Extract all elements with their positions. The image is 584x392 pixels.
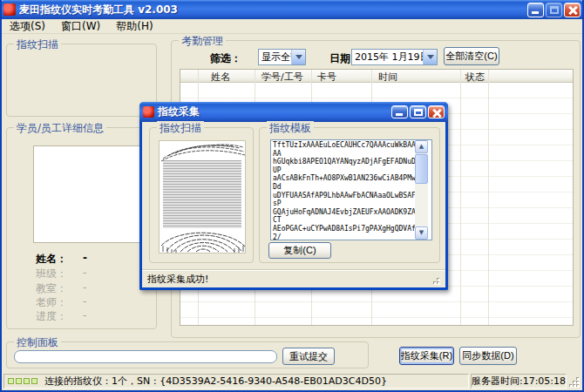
control-input[interactable] xyxy=(14,350,277,363)
dialog-titlebar[interactable]: 指纹采集 xyxy=(139,102,448,122)
member-detail-group: 学员/员工详细信息 姓名： - 班级： - 教室： - 老师： - 进度： - xyxy=(6,127,157,329)
server-time-text: 服务器时间:17:05:18 xyxy=(472,375,566,388)
dialog-statusbar: 指纹采集成功! xyxy=(142,269,445,287)
template-textarea[interactable]: TftTUzIxAAAEuLoECAUHCc7QAAAcuWkBAAAA hGU… xyxy=(270,139,432,240)
dialog-template-group-label: 指纹模板 xyxy=(267,121,314,136)
clear-all-button[interactable]: 全部清空(C) xyxy=(444,47,499,65)
filter-combobox[interactable]: 显示全部 xyxy=(258,49,306,65)
statusbar: 连接的指纹仪：1个，SN：{4D3539A2-5416-9340-A548-EB… xyxy=(2,372,582,390)
control-panel-group: 控制面板 重试提交 xyxy=(6,341,369,368)
statusbar-connection: 连接的指纹仪：1个，SN：{4D3539A2-5416-9340-A548-EB… xyxy=(3,374,469,389)
fingerprint-image xyxy=(159,140,246,253)
menu-options[interactable]: 选项(S) xyxy=(2,18,53,35)
scrollbar-thumb[interactable] xyxy=(415,154,428,184)
date-combobox[interactable]: 2015年 1月19日 xyxy=(351,49,438,65)
resize-grip[interactable] xyxy=(568,374,581,389)
fingerprint-scan-group: 指纹扫描 xyxy=(6,44,157,117)
dialog-minimize-button[interactable] xyxy=(391,105,408,118)
fingerprint-dialog: 指纹采集 指纹扫描 xyxy=(139,102,448,290)
col-status[interactable]: 状态 xyxy=(465,71,485,84)
attendance-table-header[interactable]: 姓名 学号/工号 卡号 时间 状态 xyxy=(180,70,573,83)
dialog-template-group: 指纹模板 TftTUzIxAAAEuLoECAUHCc7QAAAcuWkBAAA… xyxy=(259,127,440,263)
scroll-up-icon[interactable]: ▲ xyxy=(415,140,428,153)
filter-label: 筛选： xyxy=(210,51,241,66)
member-detail-group-label: 学员/员工详细信息 xyxy=(14,121,106,136)
field-class: 班级： - xyxy=(36,267,86,281)
col-time[interactable]: 时间 xyxy=(378,71,397,84)
scroll-down-icon[interactable]: ▼ xyxy=(415,226,428,240)
chevron-down-icon[interactable] xyxy=(291,50,305,64)
window-title: 麦田指纹仪实时考勤工具 v2.003 xyxy=(19,3,526,17)
field-name: 姓名： - xyxy=(36,252,87,267)
dialog-icon xyxy=(143,106,154,118)
copy-button[interactable]: 复制(C) xyxy=(268,242,331,259)
connection-text: 连接的指纹仪：1个，SN：{4D3539A2-5416-9340-A548-EB… xyxy=(44,375,387,388)
member-photo-placeholder xyxy=(33,145,141,243)
control-panel-label: 控制面板 xyxy=(14,335,61,350)
menubar: 选项(S) 窗口(W) 帮助(H) xyxy=(2,19,582,34)
col-name[interactable]: 姓名 xyxy=(211,71,230,84)
close-button[interactable] xyxy=(564,3,581,17)
menu-help[interactable]: 帮助(H) xyxy=(108,18,160,35)
dialog-maximize-button[interactable] xyxy=(410,105,426,118)
main-titlebar[interactable]: 麦田指纹仪实时考勤工具 v2.003 xyxy=(0,0,584,19)
dialog-scan-group: 指纹扫描 xyxy=(149,127,254,263)
field-teacher: 老师： - xyxy=(36,295,86,310)
dialog-status-text: 指纹采集成功! xyxy=(147,273,208,286)
dialog-title: 指纹采集 xyxy=(158,105,390,119)
dialog-close-button[interactable] xyxy=(428,105,445,118)
scan-noise xyxy=(163,160,241,228)
dialog-resize-grip[interactable] xyxy=(428,273,440,285)
attendance-group-label: 考勤管理 xyxy=(179,34,226,49)
col-id[interactable]: 学号/工号 xyxy=(261,71,303,84)
chevron-down-icon[interactable] xyxy=(423,50,437,64)
dialog-scan-group-label: 指纹扫描 xyxy=(157,121,204,136)
minimize-button[interactable] xyxy=(527,3,544,17)
app-icon xyxy=(3,3,16,16)
field-progress: 进度： - xyxy=(36,309,86,324)
fingerprint-scan-group-label: 指纹扫描 xyxy=(14,37,61,52)
app-window: 麦田指纹仪实时考勤工具 v2.003 选项(S) 窗口(W) 帮助(H) 指纹扫… xyxy=(0,0,584,392)
template-scrollbar[interactable]: ▲ ▼ xyxy=(415,140,428,240)
sync-data-button[interactable]: 同步数据(D) xyxy=(459,347,517,365)
device-leds-icon xyxy=(8,378,37,384)
maximize-button[interactable] xyxy=(546,3,562,17)
statusbar-server-time: 服务器时间:17:05:18 xyxy=(471,374,567,389)
col-card[interactable]: 卡号 xyxy=(317,71,336,84)
field-classroom: 教室： - xyxy=(36,281,86,296)
retry-submit-button[interactable]: 重试提交 xyxy=(282,348,335,365)
menu-window[interactable]: 窗口(W) xyxy=(53,18,108,35)
fingerprint-collect-button[interactable]: 指纹采集(R) xyxy=(399,347,454,365)
